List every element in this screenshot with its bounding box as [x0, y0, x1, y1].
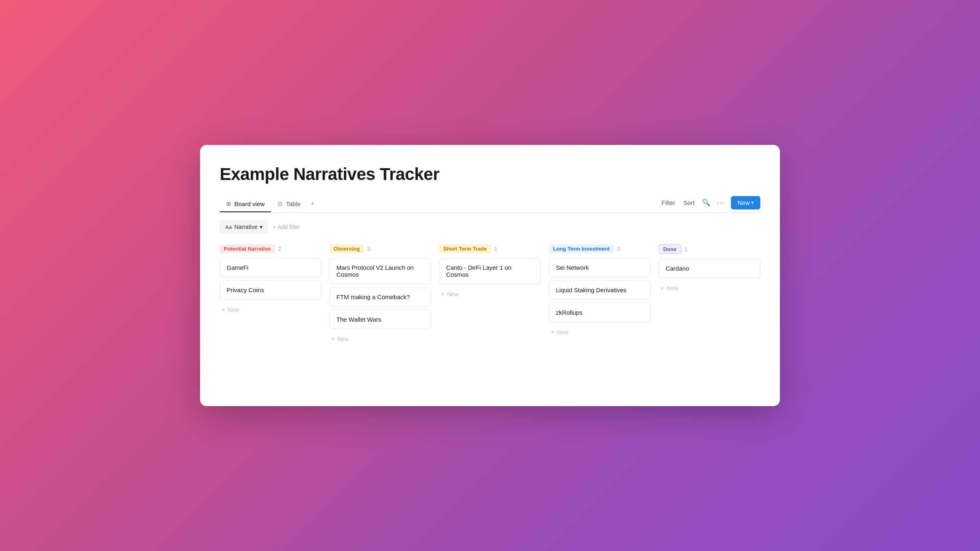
table-icon: ⊟ — [278, 200, 283, 207]
new-item-potential[interactable]: +New — [220, 303, 321, 317]
column-longTerm: Long Term Investment3Sei NetworkLiquid S… — [549, 244, 650, 339]
filter-aa-label: Aa — [225, 224, 232, 230]
new-label-done: New — [667, 285, 678, 291]
new-button[interactable]: New ▾ — [731, 196, 760, 209]
col-label-observing: Observing — [330, 244, 364, 253]
new-item-longTerm[interactable]: +New — [549, 325, 650, 339]
page-title: Example Narratives Tracker — [220, 164, 760, 184]
tab-table-label: Table — [286, 200, 301, 207]
column-done: Done1Cardano+New — [659, 244, 760, 295]
col-count-shortTerm: 1 — [494, 246, 497, 252]
new-label-longTerm: New — [557, 329, 568, 335]
col-label-longTerm: Long Term Investment — [549, 244, 613, 253]
col-header-observing: Observing3 — [330, 244, 431, 253]
sort-button[interactable]: Sort — [682, 198, 695, 208]
col-header-longTerm: Long Term Investment3 — [549, 244, 650, 253]
add-filter-button[interactable]: + Add filter — [273, 224, 300, 230]
card-ftm[interactable]: FTM making a Comeback? — [330, 287, 431, 307]
col-label-potential: Potential Narrative — [220, 244, 275, 253]
new-item-observing[interactable]: +New — [330, 332, 431, 346]
col-count-potential: 2 — [278, 246, 281, 252]
col-count-longTerm: 3 — [617, 246, 620, 252]
col-count-done: 1 — [684, 246, 688, 253]
column-shortTerm: Short Term Trade1Canto - DeFi Layer 1 on… — [439, 244, 541, 301]
plus-icon-potential: + — [221, 306, 225, 313]
search-icon[interactable]: 🔍 — [702, 198, 710, 207]
new-item-shortTerm[interactable]: +New — [439, 287, 541, 301]
view-tabs: ⊞ Board view ⊟ Table + Filter Sort 🔍 ···… — [220, 196, 760, 213]
card-gameFi[interactable]: GameFi — [220, 258, 321, 277]
card-zk[interactable]: zkRollups — [549, 303, 650, 322]
card-canto[interactable]: Canto - DeFi Layer 1 on Cosmos — [439, 258, 541, 284]
card-lsd[interactable]: Liquid Staking Derivatives — [549, 280, 650, 300]
col-label-shortTerm: Short Term Trade — [439, 244, 491, 253]
card-cardano[interactable]: Cardano — [659, 259, 760, 278]
board-icon: ⊞ — [226, 200, 231, 207]
plus-icon-shortTerm: + — [441, 291, 445, 298]
column-potential: Potential Narrative2GameFiPrivacy Coins+… — [220, 244, 321, 317]
col-header-shortTerm: Short Term Trade1 — [439, 244, 541, 253]
plus-icon-longTerm: + — [550, 329, 554, 336]
toolbar-right: Filter Sort 🔍 ··· New ▾ — [661, 196, 760, 209]
filter-chevron: ▾ — [260, 224, 263, 230]
card-sei[interactable]: Sei Network — [549, 258, 650, 277]
new-button-chevron: ▾ — [751, 200, 754, 205]
card-wallet[interactable]: The Wallet Wars — [330, 310, 431, 329]
plus-icon-observing: + — [331, 335, 335, 343]
tab-board-label: Board view — [234, 200, 265, 207]
card-mars[interactable]: Mars Protocol V2 Launch on Cosmos — [330, 258, 431, 284]
board: Potential Narrative2GameFiPrivacy Coins+… — [220, 244, 760, 346]
new-item-done[interactable]: +New — [659, 281, 760, 295]
new-label-shortTerm: New — [447, 291, 459, 298]
new-button-label: New — [737, 199, 750, 206]
new-label-observing: New — [337, 336, 349, 342]
filter-bar: Aa Narrative ▾ + Add filter — [220, 221, 760, 233]
tab-table[interactable]: ⊟ Table — [271, 196, 307, 212]
filter-narrative-label: Narrative — [234, 224, 258, 230]
tab-board[interactable]: ⊞ Board view — [220, 196, 271, 212]
card-privacyCoins[interactable]: Privacy Coins — [220, 280, 321, 300]
plus-icon-done: + — [660, 284, 664, 292]
new-label-potential: New — [227, 307, 239, 313]
column-observing: Observing3Mars Protocol V2 Launch on Cos… — [330, 244, 431, 346]
filter-button[interactable]: Filter — [661, 198, 676, 208]
col-count-observing: 3 — [367, 246, 370, 252]
app-window: Example Narratives Tracker ⊞ Board view … — [200, 145, 780, 406]
col-header-potential: Potential Narrative2 — [220, 244, 321, 253]
tab-add-button[interactable]: + — [307, 196, 318, 212]
col-label-done: Done — [659, 244, 681, 254]
narrative-filter[interactable]: Aa Narrative ▾ — [220, 221, 268, 233]
col-header-done: Done1 — [659, 244, 760, 254]
more-options-icon[interactable]: ··· — [717, 198, 724, 207]
